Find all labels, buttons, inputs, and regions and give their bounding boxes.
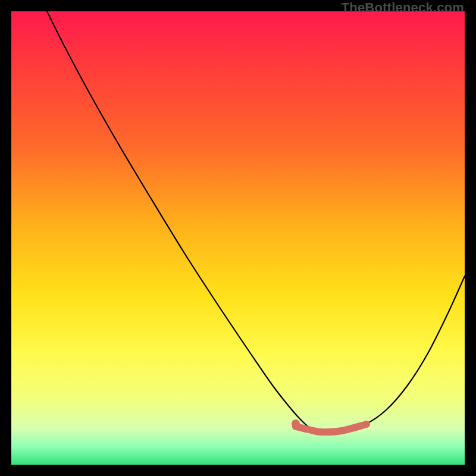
chart-area [11,11,465,465]
watermark-text: TheBottleneck.com [342,0,464,15]
bottleneck-curve [47,11,465,432]
optimal-range-highlight [296,424,367,432]
chart-svg [11,11,465,465]
optimal-point-dot [292,419,300,428]
